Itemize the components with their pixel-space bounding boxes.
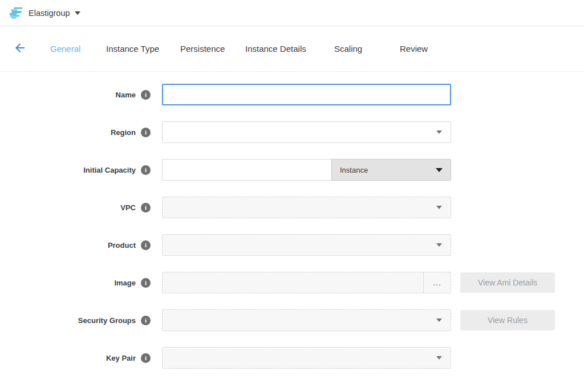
tab-list: General Instance Type Persistence Instan…: [50, 39, 445, 58]
product-label: Product: [108, 241, 136, 250]
form-row-image: Image i ... View Ami Details: [0, 272, 584, 293]
view-ami-details-button[interactable]: View Ami Details: [460, 272, 555, 293]
vpc-select: [162, 197, 451, 218]
tab-instance-details[interactable]: Instance Details: [245, 39, 334, 58]
chevron-down-icon[interactable]: [75, 11, 80, 15]
image-input: ...: [162, 272, 451, 293]
form-row-product: Product i: [0, 234, 584, 256]
tab-persistence[interactable]: Persistence: [180, 39, 245, 58]
info-icon[interactable]: i: [141, 278, 151, 288]
info-icon[interactable]: i: [141, 203, 151, 213]
key-pair-label: Key Pair: [106, 354, 136, 362]
form-row-vpc: VPC i: [0, 197, 584, 218]
chevron-down-icon: [436, 206, 442, 209]
region-label: Region: [111, 128, 136, 137]
tab-review[interactable]: Review: [400, 39, 445, 58]
info-icon[interactable]: i: [141, 165, 151, 175]
chevron-down-icon: [436, 356, 442, 360]
initial-capacity-input[interactable]: [162, 159, 331, 181]
form-row-initial-capacity: Initial Capacity i Instance: [0, 159, 584, 181]
tab-instance-type[interactable]: Instance Type: [106, 39, 180, 58]
form-row-region: Region i: [0, 121, 584, 143]
app-switcher-label[interactable]: Elastigroup: [29, 9, 70, 18]
form-row-security-groups: Security Groups i View Rules: [0, 309, 584, 331]
vpc-label: VPC: [120, 203, 136, 212]
back-button[interactable]: [11, 40, 29, 58]
name-label: Name: [116, 91, 136, 99]
image-browse-button[interactable]: ...: [423, 272, 451, 293]
info-icon[interactable]: i: [141, 353, 151, 363]
capacity-unit-select[interactable]: Instance: [331, 159, 451, 181]
general-settings-form: Name i Region i Initial Capacity i Insta…: [0, 72, 584, 369]
wizard-tab-bar: General Instance Type Persistence Instan…: [0, 26, 584, 72]
security-groups-label: Security Groups: [78, 316, 136, 325]
view-rules-button[interactable]: View Rules: [460, 310, 555, 330]
initial-capacity-label: Initial Capacity: [83, 166, 136, 174]
form-row-key-pair: Key Pair i: [0, 347, 584, 369]
product-select: [162, 234, 451, 256]
image-label: Image: [114, 279, 136, 287]
info-icon[interactable]: i: [141, 240, 151, 250]
chevron-down-icon: [436, 318, 442, 322]
tab-scaling[interactable]: Scaling: [334, 39, 400, 58]
info-icon[interactable]: i: [141, 90, 151, 100]
arrow-left-icon: [13, 41, 27, 56]
info-icon[interactable]: i: [141, 316, 151, 325]
name-input[interactable]: [162, 84, 451, 105]
chevron-down-icon: [436, 243, 442, 247]
tab-general[interactable]: General: [50, 39, 106, 58]
key-pair-select: [162, 347, 451, 369]
capacity-unit-value: Instance: [340, 166, 368, 174]
form-row-name: Name i: [0, 84, 584, 105]
region-select[interactable]: [162, 121, 451, 143]
info-icon[interactable]: i: [141, 128, 151, 137]
chevron-down-icon: [436, 168, 443, 172]
elastigroup-logo-icon: [8, 6, 23, 20]
top-bar: Elastigroup: [0, 0, 584, 26]
security-groups-select: [162, 309, 451, 331]
chevron-down-icon: [436, 130, 442, 134]
